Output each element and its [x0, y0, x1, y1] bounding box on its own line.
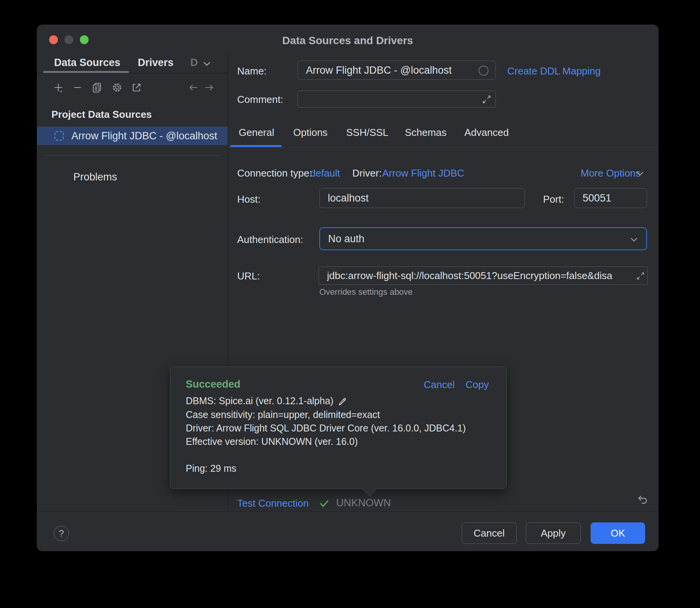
- tab-data-sources[interactable]: Data Sources: [54, 57, 121, 69]
- tab-options[interactable]: Options: [293, 127, 328, 139]
- popup-pointer: [363, 482, 377, 496]
- popup-status: Succeeded: [186, 378, 241, 390]
- popup-cancel-link[interactable]: Cancel: [424, 379, 455, 391]
- port-value: 50051: [583, 192, 611, 204]
- host-value: localhost: [328, 192, 369, 204]
- window-title: Data Sources and Drivers: [37, 35, 659, 47]
- authentication-chevron-icon: [629, 236, 639, 243]
- popup-dbms-line: DBMS: Spice.ai (ver. 0.12.1-alpha): [186, 395, 333, 406]
- undo-icon[interactable]: [636, 494, 649, 507]
- host-label: Host:: [237, 193, 261, 205]
- tab-schemas[interactable]: Schemas: [405, 127, 446, 139]
- help-button[interactable]: ?: [54, 526, 69, 541]
- popup-effective-version-line: Effective version: UNKNOWN (ver. 16.0): [186, 436, 358, 447]
- connection-type-label: Connection type:: [237, 167, 312, 179]
- duplicate-icon[interactable]: [91, 81, 103, 94]
- edit-pencil-icon[interactable]: [337, 396, 347, 406]
- cancel-button[interactable]: Cancel: [462, 522, 517, 544]
- create-ddl-mapping-link[interactable]: Create DDL Mapping: [507, 65, 601, 77]
- dialog-window: Data Sources and Drivers Data Sources Dr…: [37, 25, 659, 551]
- authentication-value: No auth: [328, 233, 365, 245]
- success-checkmark-icon: [319, 498, 330, 509]
- data-source-label: Arrow Flight JDBC - @localhost: [71, 130, 217, 142]
- connection-result-text: UNKNOWN: [336, 497, 391, 509]
- tab-truncated[interactable]: D: [190, 57, 198, 69]
- name-input[interactable]: Arrow Flight JDBC - @localhost: [297, 61, 496, 80]
- footer-divider: [37, 511, 659, 512]
- port-input[interactable]: 50051: [574, 188, 647, 208]
- connection-type-value-link[interactable]: default: [310, 167, 340, 179]
- test-connection-link[interactable]: Test Connection: [237, 497, 309, 509]
- apply-button[interactable]: Apply: [526, 522, 581, 544]
- name-spinner-icon: [478, 65, 489, 76]
- ok-button[interactable]: OK: [591, 522, 645, 544]
- project-data-sources-header: Project Data Sources: [51, 109, 152, 121]
- authentication-label: Authentication:: [237, 234, 303, 246]
- name-value: Arrow Flight JDBC - @localhost: [306, 64, 452, 76]
- tabs-border: [37, 73, 228, 73]
- form-tabs-border: [228, 147, 659, 147]
- tab-drivers[interactable]: Drivers: [138, 57, 173, 69]
- expand-comment-icon[interactable]: [482, 94, 492, 104]
- remove-data-source-icon[interactable]: [71, 81, 84, 94]
- popup-driver-line: Driver: Arrow Flight SQL JDBC Driver Cor…: [186, 423, 466, 434]
- url-input[interactable]: jdbc:arrow-flight-sql://localhost:50051?…: [319, 266, 648, 285]
- add-data-source-icon[interactable]: [52, 81, 64, 94]
- url-hint: Overrides settings above: [319, 287, 413, 297]
- host-input[interactable]: localhost: [319, 188, 525, 208]
- expand-url-icon[interactable]: [636, 271, 645, 281]
- port-label: Port:: [543, 193, 564, 205]
- sidebar-item-arrow-flight-jdbc[interactable]: Arrow Flight JDBC - @localhost: [37, 127, 228, 145]
- url-label: URL:: [237, 270, 260, 282]
- sidebar-section-divider: [45, 155, 220, 156]
- tab-advanced[interactable]: Advanced: [464, 127, 509, 139]
- name-label: Name:: [237, 65, 267, 77]
- forward-arrow-icon[interactable]: [203, 81, 216, 94]
- popup-case-sensitivity-line: Case sensitivity: plain=upper, delimited…: [186, 409, 380, 420]
- tab-ssh-ssl[interactable]: SSH/SSL: [346, 127, 388, 139]
- popup-copy-link[interactable]: Copy: [466, 379, 489, 391]
- more-options-chevron-icon[interactable]: [636, 170, 645, 177]
- popup-ping-line: Ping: 29 ms: [186, 463, 236, 474]
- tab-general[interactable]: General: [239, 127, 274, 139]
- test-connection-result-popup: Succeeded Cancel Copy DBMS: Spice.ai (ve…: [170, 367, 507, 489]
- data-source-icon: [54, 131, 64, 140]
- driver-value-link[interactable]: Arrow Flight JDBC: [382, 167, 464, 179]
- url-value: jdbc:arrow-flight-sql://localhost:50051?…: [327, 270, 612, 282]
- authentication-select[interactable]: No auth: [319, 227, 647, 250]
- comment-label: Comment:: [237, 94, 283, 106]
- back-arrow-icon[interactable]: [187, 81, 199, 94]
- tabs-overflow-chevron-icon[interactable]: [202, 60, 212, 68]
- settings-gear-icon[interactable]: [111, 81, 123, 94]
- driver-label: Driver:: [352, 167, 382, 179]
- comment-input[interactable]: [297, 91, 496, 107]
- more-options-link[interactable]: More Options: [581, 167, 641, 179]
- open-in-new-window-icon[interactable]: [130, 81, 143, 94]
- sidebar-item-problems[interactable]: Problems: [73, 171, 117, 183]
